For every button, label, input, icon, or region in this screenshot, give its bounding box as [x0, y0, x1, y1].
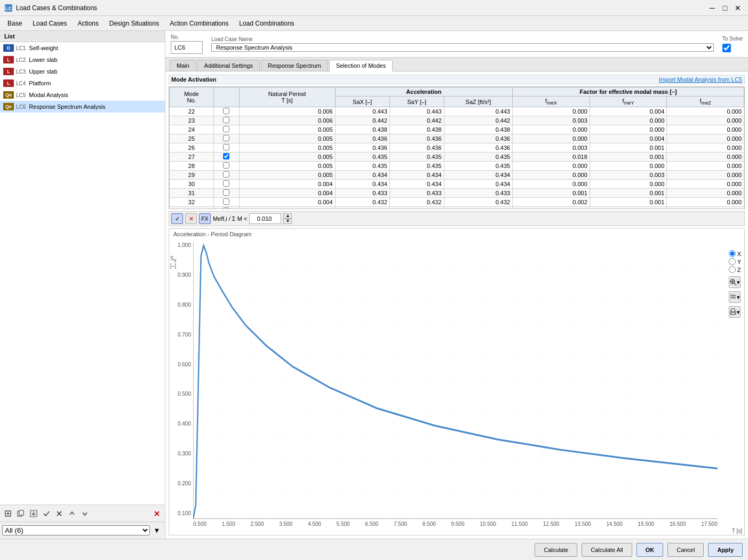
lc-name-select[interactable]: Response Spectrum Analysis [211, 43, 714, 52]
mode-checkbox[interactable] [223, 189, 229, 196]
filter-x-button[interactable]: ✕ [185, 213, 197, 224]
cell-checkbox[interactable] [213, 171, 239, 180]
copy-lc-button[interactable] [15, 508, 27, 519]
cancel-button[interactable]: Cancel [667, 543, 704, 557]
menu-base[interactable]: Base [2, 18, 27, 29]
x-axis-label: 12.500 [543, 521, 560, 527]
mode-checkbox[interactable] [223, 117, 229, 123]
sidebar-item-lc1[interactable]: D LC1 Self-weight [0, 42, 165, 54]
cell-fmey: 0.001 [590, 189, 667, 198]
cell-checkbox[interactable] [213, 143, 239, 153]
chart-zoom-button[interactable]: ▾ [729, 276, 741, 288]
sidebar-item-lc3[interactable]: L LC3 Upper slab [0, 66, 165, 77]
filter-fx-button[interactable]: FX [199, 213, 211, 224]
menu-load-cases[interactable]: Load Cases [27, 18, 72, 29]
sidebar-item-lc6[interactable]: Qe LC6 Response Spectrum Analysis [0, 101, 165, 113]
sidebar-header: List [0, 31, 165, 42]
delete-button[interactable] [151, 508, 163, 519]
minimize-button[interactable]: ─ [706, 3, 718, 13]
check-button[interactable] [41, 508, 52, 519]
cell-T: 0.006 [239, 116, 335, 125]
radio-z[interactable] [729, 266, 736, 273]
cell-T: 0.005 [239, 134, 335, 143]
menu-load-combinations[interactable]: Load Combinations [234, 18, 299, 29]
cell-mode-no: 23 [170, 116, 214, 125]
uncheck-button[interactable] [53, 508, 65, 519]
radio-y[interactable] [729, 258, 736, 265]
filter-dropdown-button[interactable]: ▼ [151, 525, 163, 537]
down-button[interactable] [79, 508, 91, 519]
cell-checkbox[interactable] [213, 153, 239, 162]
svg-point-25 [731, 295, 733, 297]
tab-response-spectrum[interactable]: Response Spectrum [261, 60, 328, 71]
cell-fmez: 0.000 [667, 180, 744, 189]
mode-checkbox[interactable] [223, 126, 229, 132]
cell-checkbox[interactable] [213, 198, 239, 207]
cell-checkbox[interactable] [213, 189, 239, 198]
export-button[interactable] [28, 508, 39, 519]
tab-additional-settings[interactable]: Additional Settings [197, 60, 260, 71]
cell-fmex: 0.000 [513, 171, 590, 180]
chart-title: Acceleration - Period Diagram [169, 229, 744, 239]
svg-text:LC: LC [5, 6, 12, 11]
mode-checkbox[interactable] [223, 108, 229, 114]
tab-main[interactable]: Main [170, 60, 196, 71]
calculate-all-button[interactable]: Calculate All [582, 543, 632, 557]
mode-checkbox[interactable] [223, 135, 229, 141]
filter-check-button[interactable]: ✓ [171, 213, 183, 224]
cell-checkbox[interactable] [213, 125, 239, 134]
close-button[interactable]: ✕ [732, 3, 744, 13]
cell-sax: 0.435 [335, 153, 389, 162]
spin-up[interactable]: ▲ [283, 213, 292, 219]
restore-button[interactable]: □ [719, 3, 731, 13]
cell-mode-no: 31 [170, 189, 214, 198]
mode-checkbox[interactable] [223, 180, 229, 187]
cell-checkbox[interactable] [213, 207, 239, 209]
radio-z-row: Z [729, 266, 741, 273]
menu-actions[interactable]: Actions [72, 18, 104, 29]
cell-checkbox[interactable] [213, 180, 239, 189]
menu-design-situations[interactable]: Design Situations [104, 18, 164, 29]
cell-checkbox[interactable] [213, 107, 239, 116]
mode-checkbox[interactable] [223, 171, 229, 178]
cell-T: 0.005 [239, 162, 335, 171]
ok-button[interactable]: OK [636, 543, 664, 557]
cell-checkbox[interactable] [213, 134, 239, 143]
table-row: 30 0.004 0.434 0.434 0.434 0.000 0.000 0… [170, 180, 744, 189]
sidebar-item-lc4[interactable]: L LC4 Platform [0, 77, 165, 89]
cell-checkbox[interactable] [213, 162, 239, 171]
menu-action-combinations[interactable]: Action Combinations [164, 18, 234, 29]
y-axis-label: 1.000 [178, 242, 191, 248]
sidebar-item-lc2[interactable]: L LC2 Lower slab [0, 54, 165, 66]
sidebar-filter-select[interactable]: All (6) [2, 525, 150, 535]
cell-fmez: 0.000 [667, 134, 744, 143]
sidebar-item-lc5[interactable]: Qe LC5 Modal Analysis [0, 89, 165, 101]
mode-checkbox[interactable] [223, 153, 229, 159]
import-link[interactable]: Import Modal Analysis from LC5 [659, 76, 742, 83]
mode-checkbox[interactable] [223, 162, 229, 169]
radio-y-label: Y [737, 259, 741, 265]
filter-value-input[interactable] [249, 213, 281, 224]
up-button[interactable] [66, 508, 78, 519]
cell-fmez: 0.000 [667, 143, 744, 153]
chart-plot [193, 242, 718, 519]
mode-checkbox[interactable] [223, 144, 229, 150]
cell-checkbox[interactable] [213, 116, 239, 125]
to-solve-checkbox[interactable] [722, 44, 731, 52]
cell-saz: 0.433 [444, 189, 513, 198]
cell-fmex: 0.003 [513, 143, 590, 153]
lc-name: Modal Analysis [29, 92, 68, 98]
apply-button[interactable]: Apply [708, 543, 743, 557]
mode-checkbox[interactable] [223, 198, 229, 205]
new-lc-button[interactable] [2, 508, 14, 519]
spin-down[interactable]: ▼ [283, 219, 292, 224]
cell-fmez: 0.000 [667, 171, 744, 180]
tab-selection-of-modes[interactable]: Selection of Modes [329, 60, 393, 71]
chart-settings-button[interactable]: ▾ [729, 291, 741, 303]
chart-print-button[interactable]: ▾ [729, 306, 741, 318]
cell-fmez: 0.000 [667, 207, 744, 209]
radio-x[interactable] [729, 250, 736, 257]
mode-checkbox[interactable] [223, 207, 229, 209]
calculate-button[interactable]: Calculate [535, 543, 577, 557]
y-axis-label: 0.900 [178, 272, 191, 278]
